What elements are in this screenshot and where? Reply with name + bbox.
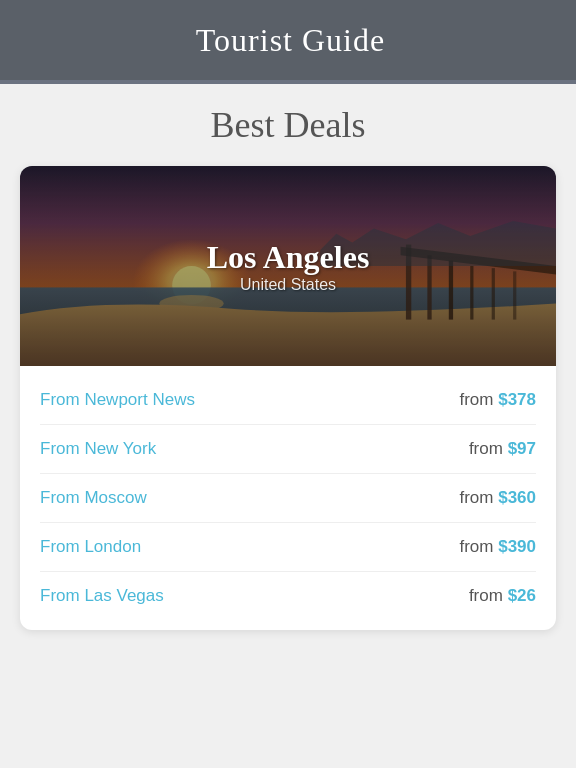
- deal-origin: From Las Vegas: [40, 586, 164, 606]
- deal-price: from $360: [459, 488, 536, 508]
- deal-price: from $26: [469, 586, 536, 606]
- deal-origin: From London: [40, 537, 141, 557]
- deal-price: from $378: [459, 390, 536, 410]
- destination-overlay: Los Angeles United States: [20, 166, 556, 366]
- section-title: Best Deals: [20, 104, 556, 146]
- destination-image: Los Angeles United States: [20, 166, 556, 366]
- deal-row[interactable]: From Newport Newsfrom $378: [40, 376, 536, 425]
- deal-origin: From New York: [40, 439, 156, 459]
- deal-row[interactable]: From Las Vegasfrom $26: [40, 572, 536, 620]
- deals-list: From Newport Newsfrom $378From New Yorkf…: [20, 366, 556, 630]
- app-title: Tourist Guide: [25, 22, 556, 59]
- destination-name: Los Angeles: [207, 239, 370, 276]
- deal-card: Los Angeles United States From Newport N…: [20, 166, 556, 630]
- main-content: Best Deals: [0, 84, 576, 650]
- app-header: Tourist Guide: [0, 0, 576, 80]
- deal-price: from $97: [469, 439, 536, 459]
- deal-origin: From Newport News: [40, 390, 195, 410]
- destination-country: United States: [240, 276, 336, 294]
- deal-origin: From Moscow: [40, 488, 147, 508]
- deal-row[interactable]: From Londonfrom $390: [40, 523, 536, 572]
- deal-price: from $390: [459, 537, 536, 557]
- deal-row[interactable]: From New Yorkfrom $97: [40, 425, 536, 474]
- deal-row[interactable]: From Moscowfrom $360: [40, 474, 536, 523]
